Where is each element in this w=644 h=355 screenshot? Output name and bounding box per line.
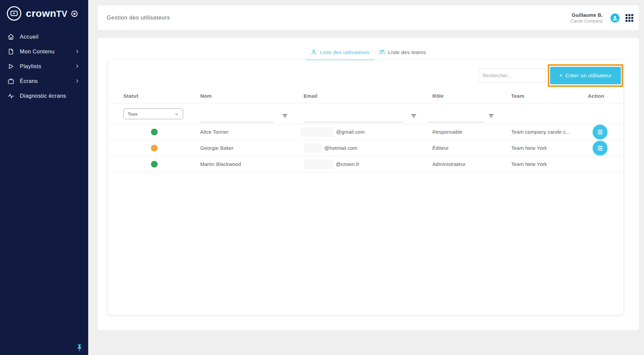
status-filter-value: Tous [128, 112, 174, 117]
email-redacted [301, 127, 333, 137]
sidebar-item-label: Diagnostic écrans [20, 93, 79, 99]
role-filter-input[interactable] [427, 114, 485, 123]
email-redacted [304, 160, 333, 169]
menu-icon [597, 130, 603, 135]
users-table-card: + Créer un utilisateur Statut Nom Email … [108, 60, 623, 315]
page-title: Gestion des utilisateurs [107, 5, 170, 30]
user-role-cell: Responsable [432, 124, 463, 140]
sidebar-item-playlists[interactable]: Playlists [0, 59, 88, 74]
row-actions-button[interactable] [593, 125, 607, 139]
status-filter-select[interactable]: Tous [123, 108, 183, 119]
sidebar-nav: Accueil Mon Contenu Playlists Écrans [0, 29, 88, 103]
user-email-cell: @crown.fr [304, 156, 359, 172]
sidebar: crownTV Accueil Mon Contenu Playlists [0, 0, 88, 355]
create-user-button-label: Créer un utilisateur [565, 73, 612, 79]
column-header-action: Action [588, 90, 604, 103]
avatar[interactable] [610, 13, 620, 23]
user-name: Guillaume B. [572, 12, 603, 18]
sidebar-item-mon-contenu[interactable]: Mon Contenu [0, 44, 88, 59]
chevron-right-icon [75, 49, 79, 54]
email-domain: @gmail.com [336, 124, 365, 140]
brand-name-primary: crown [26, 8, 56, 19]
email-domain: @hotmail.com [324, 140, 358, 156]
user-name-cell: Alice Tonner [200, 124, 229, 140]
user-email-cell: @gmail.com [301, 124, 365, 140]
people-icon [379, 49, 385, 55]
user-role-cell: Administrateur [432, 156, 466, 172]
user-company: Carole Company [570, 19, 603, 24]
user-team-cell: Team New York [511, 140, 547, 156]
chevron-right-icon [75, 64, 79, 69]
record-icon [71, 10, 78, 17]
table-filter-row: Tous [108, 103, 623, 124]
play-icon [7, 63, 14, 70]
row-actions-button[interactable] [593, 141, 607, 156]
column-header-team: Team [511, 90, 524, 103]
user-email-cell: @hotmail.com [304, 140, 358, 156]
tv-icon [7, 78, 14, 85]
brand-logo[interactable]: crownTV [6, 5, 78, 21]
user-name-cell: Martin Blackwood [200, 156, 241, 172]
sidebar-item-label: Playlists [20, 63, 75, 70]
user-team-cell: Team company carole c... [511, 124, 570, 140]
home-icon [7, 33, 14, 40]
create-user-button[interactable]: + Créer un utilisateur [550, 67, 621, 84]
table-row: Martin Blackwood @crown.fr Administrateu… [108, 156, 623, 173]
table-header-row: Statut Nom Email Rôle Team Action [108, 90, 623, 103]
pin-sidebar-icon[interactable] [75, 344, 84, 352]
menu-icon [597, 146, 603, 151]
brand-wordmark: crownTV [26, 8, 67, 19]
crowntv-logo-icon [6, 5, 22, 21]
tab-liste-des-teams[interactable]: Liste des teams [374, 47, 431, 61]
table-row: Alice Tonner @gmail.com Responsable Team… [108, 124, 623, 140]
top-bar: Gestion des utilisateurs Guillaume B. Ca… [98, 5, 639, 30]
sidebar-item-accueil[interactable]: Accueil [0, 29, 88, 44]
status-dot [151, 145, 158, 151]
tab-liste-des-utilisateurs[interactable]: Liste des utilisateurs [306, 47, 374, 61]
pulse-icon [7, 92, 14, 99]
filter-icon[interactable] [488, 113, 494, 119]
status-dot [151, 161, 158, 168]
sidebar-item-label: Accueil [20, 34, 79, 40]
email-redacted [304, 143, 322, 153]
tab-label: Liste des utilisateurs [320, 49, 369, 55]
filter-icon[interactable] [282, 113, 288, 119]
sidebar-item-diagnostic-ecrans[interactable]: Diagnostic écrans [0, 88, 88, 103]
user-info[interactable]: Guillaume B. Carole Company [570, 5, 603, 30]
chevron-down-icon [174, 112, 179, 116]
column-header-role: Rôle [432, 90, 444, 103]
sidebar-item-ecrans[interactable]: Écrans [0, 74, 88, 88]
person-icon [612, 15, 618, 21]
apps-grid-icon[interactable] [625, 14, 634, 22]
name-filter-input[interactable] [200, 114, 274, 123]
user-name-cell: Georgie Baker [200, 140, 233, 156]
filter-icon[interactable] [411, 113, 417, 119]
email-domain: @crown.fr [336, 156, 359, 172]
person-icon [311, 49, 317, 55]
email-filter-input[interactable] [304, 114, 403, 123]
user-team-cell: Team New York [511, 156, 547, 172]
content-card: Liste des utilisateurs Liste des teams +… [98, 38, 639, 330]
column-header-email: Email [304, 90, 318, 103]
column-header-nom: Nom [200, 90, 212, 103]
user-role-cell: Éditeur [432, 140, 449, 156]
document-icon [7, 48, 14, 55]
plus-icon: + [559, 72, 562, 79]
chevron-right-icon [75, 79, 79, 83]
sidebar-item-label: Écrans [20, 78, 75, 84]
tab-label: Liste des teams [388, 49, 426, 55]
search-input[interactable] [479, 69, 546, 83]
column-header-statut: Statut [123, 90, 138, 103]
tab-bar: Liste des utilisateurs Liste des teams [98, 47, 639, 61]
brand-name-secondary: TV [56, 9, 67, 18]
table-row: Georgie Baker @hotmail.com Éditeur Team … [108, 140, 623, 157]
status-dot [151, 129, 158, 135]
sidebar-item-label: Mon Contenu [20, 48, 75, 55]
